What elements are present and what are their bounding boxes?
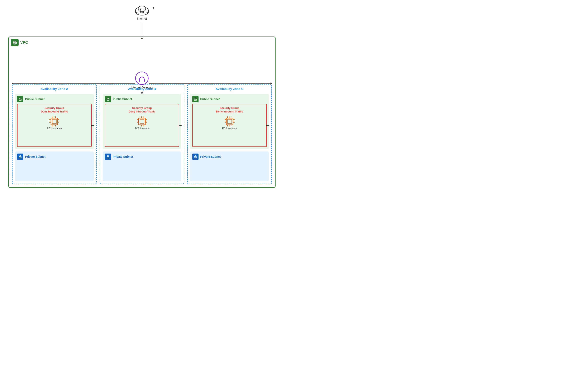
private-subnet-c-icon xyxy=(192,154,199,160)
availability-zone-a: Availability Zone A Public Subnet xyxy=(12,84,97,184)
svg-marker-9 xyxy=(153,7,155,9)
svg-point-53 xyxy=(195,99,196,100)
internet-section: Internet xyxy=(134,4,150,20)
svg-rect-67 xyxy=(228,119,232,124)
ec2-a-wrapper: EC2 Instance xyxy=(47,115,62,130)
ec2-b-label: EC2 Instance xyxy=(134,127,149,130)
public-subnet-b: Public Subnet Security GroupDeny Inbound… xyxy=(103,94,181,149)
sg-c-title: Security GroupDeny Inbound Traffic xyxy=(216,106,243,113)
private-subnet-b-icon xyxy=(105,154,111,160)
cloud-svg xyxy=(134,4,150,16)
internet-label: Internet xyxy=(137,17,147,20)
internet-to-igw-line xyxy=(142,23,142,38)
svg-point-51 xyxy=(107,157,108,157)
az-a-title: Availability Zone A xyxy=(15,87,94,91)
ec2-b-wrapper: EC2 Instance xyxy=(134,115,149,130)
svg-point-33 xyxy=(20,157,20,157)
lock-icon-a xyxy=(18,97,22,101)
private-subnet-a-header: Private Subnet xyxy=(17,154,92,160)
vpc-label: VPC xyxy=(20,41,28,45)
vpc-box: VPC Internet Gateway xyxy=(8,37,276,188)
private-subnet-b: Private Subnet xyxy=(103,152,181,181)
lock-icon-c xyxy=(193,97,197,101)
private-subnet-a-label: Private Subnet xyxy=(25,155,45,158)
svg-rect-49 xyxy=(140,119,144,124)
public-subnet-b-label: Public Subnet xyxy=(113,98,132,101)
private-subnet-c-header: Private Subnet xyxy=(192,154,267,160)
svg-rect-31 xyxy=(52,119,56,124)
public-subnet-b-icon xyxy=(105,96,111,102)
availability-zone-c: Availability Zone C Public Subnet xyxy=(187,84,272,184)
vpc-cloud-svg xyxy=(13,41,17,44)
ec2-c-wrapper: EC2 Instance xyxy=(222,115,237,130)
lock-icon-b xyxy=(106,97,110,101)
private-subnet-a-icon xyxy=(17,154,23,160)
svg-point-35 xyxy=(107,99,108,100)
ec2-chip-c xyxy=(223,115,236,127)
igw-label: Internet Gateway xyxy=(131,86,153,89)
igw-to-az-a-line xyxy=(12,84,135,84)
sg-a-connector xyxy=(91,125,94,126)
private-subnet-a: Private Subnet xyxy=(15,152,94,181)
arrow-right-icon xyxy=(150,6,155,10)
lock-icon-private-c xyxy=(193,155,197,159)
availability-zone-b: Availability Zone B Public Subnet xyxy=(100,84,184,184)
svg-point-3 xyxy=(138,6,146,12)
sg-b-connector xyxy=(179,125,182,126)
sg-a: Security GroupDeny Inbound Traffic xyxy=(17,104,92,147)
ec2-a-label: EC2 Instance xyxy=(47,127,62,130)
private-subnet-b-label: Private Subnet xyxy=(113,155,133,158)
lock-icon-private-b xyxy=(106,155,110,159)
public-subnet-a-header: Public Subnet xyxy=(17,96,92,102)
svg-rect-36 xyxy=(139,118,145,125)
ec2-chip-b xyxy=(136,115,148,127)
svg-rect-18 xyxy=(51,118,58,125)
svg-point-17 xyxy=(20,99,20,100)
vpc-icon xyxy=(11,39,19,46)
ec2-c-label: EC2 Instance xyxy=(222,127,237,130)
igw-arch-svg xyxy=(138,74,146,82)
sg-b: Security GroupDeny Inbound Traffic xyxy=(105,104,179,147)
az-c-title: Availability Zone C xyxy=(190,87,269,91)
sg-c: Security GroupDeny Inbound Traffic xyxy=(192,104,267,147)
public-subnet-b-header: Public Subnet xyxy=(105,96,179,102)
ec2-chip-a xyxy=(48,115,60,127)
az-row: Availability Zone A Public Subnet xyxy=(12,84,272,184)
private-subnet-c-label: Private Subnet xyxy=(200,155,221,158)
public-subnet-a-label: Public Subnet xyxy=(25,98,44,101)
svg-rect-54 xyxy=(226,118,233,125)
public-subnet-c-header: Public Subnet xyxy=(192,96,267,102)
public-subnet-c: Public Subnet Security GroupDeny Inbound… xyxy=(190,94,269,149)
sg-c-connector xyxy=(266,125,269,126)
internet-cloud-icon xyxy=(134,4,150,16)
vpc-label-area: VPC xyxy=(11,39,28,46)
sg-b-title: Security GroupDeny Inbound Traffic xyxy=(128,106,155,113)
igw-to-az-c-line xyxy=(149,84,272,84)
public-subnet-a: Public Subnet Security GroupDeny Inbound… xyxy=(15,94,94,149)
igw-icon xyxy=(135,71,149,85)
private-subnet-c: Private Subnet xyxy=(190,152,269,181)
lock-icon-private-a xyxy=(18,155,22,159)
svg-point-69 xyxy=(195,157,196,157)
private-subnet-b-header: Private Subnet xyxy=(105,154,179,160)
public-subnet-c-label: Public Subnet xyxy=(200,98,219,101)
igw-container: Internet Gateway xyxy=(131,71,153,89)
diagram-container: Internet VPC xyxy=(8,4,276,188)
sg-a-title: Security GroupDeny Inbound Traffic xyxy=(41,106,68,113)
public-subnet-a-icon xyxy=(17,96,23,102)
public-subnet-c-icon xyxy=(192,96,199,102)
